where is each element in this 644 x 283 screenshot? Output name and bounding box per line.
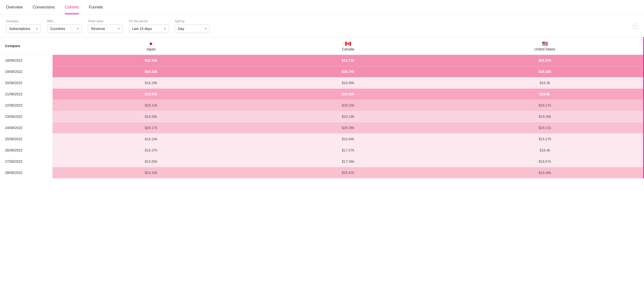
us-value-cell: $35.28k bbox=[446, 66, 644, 77]
with-group: With... Countries ▾ bbox=[47, 20, 82, 33]
japan-value-cell: $19.36k bbox=[52, 111, 250, 122]
split-group: Split by Day ▾ bbox=[175, 20, 210, 33]
us-value-cell: $32.37k bbox=[446, 55, 644, 66]
controls-row: Compare... Subscriptions ▾ With... Count… bbox=[0, 14, 644, 37]
table-row: 18/08/2022$32.32k$33.71k$32.37k bbox=[0, 55, 644, 66]
us-value-cell: $28.17k bbox=[446, 100, 644, 111]
us-name: United States bbox=[452, 47, 638, 51]
japan-value-cell: $16.28k bbox=[52, 77, 250, 88]
table-row: 21/08/2022$29.56k$30.83k$29.6k bbox=[0, 88, 644, 100]
table-row: 20/08/2022$16.28k$16.98k$16.3k bbox=[0, 77, 644, 88]
us-value-cell: $16.4k bbox=[446, 145, 644, 156]
canada-value-cell: $17.36k bbox=[250, 156, 447, 167]
table-row: 25/08/2022$16.24k$16.94k$16.27k bbox=[0, 134, 644, 145]
nav-tabs: OverviewConversionsCohortsFunnels bbox=[0, 0, 644, 14]
tab-funnels[interactable]: Funnels bbox=[89, 0, 103, 14]
date-cell: 21/08/2022 bbox=[0, 88, 52, 100]
japan-value-cell: $24.42k bbox=[52, 167, 250, 178]
period-label: For the period bbox=[129, 20, 169, 23]
help-icon[interactable]: ? bbox=[632, 23, 638, 29]
canada-flag-icon: 🇨🇦 bbox=[254, 41, 442, 47]
compare-group: Compare... Subscriptions ▾ bbox=[6, 20, 41, 33]
us-value-cell: $16.3k bbox=[446, 77, 644, 88]
canada-value-cell: $16.98k bbox=[250, 77, 447, 88]
date-cell: 23/08/2022 bbox=[0, 111, 52, 122]
table-row: 28/08/2022$24.42k$25.47k$24.46k bbox=[0, 167, 644, 178]
show-value-label: Show value bbox=[88, 20, 123, 23]
us-flag-icon: 🇺🇸 bbox=[452, 41, 638, 47]
us-value-cell: $19.39k bbox=[446, 111, 644, 122]
canada-value-cell: $36.74k bbox=[250, 66, 447, 77]
split-select[interactable]: Day ▾ bbox=[175, 24, 210, 33]
date-cell: 26/08/2022 bbox=[0, 145, 52, 156]
canada-value-cell: $20.19k bbox=[250, 111, 447, 122]
table-body: 18/08/2022$32.32k$33.71k$32.37k19/08/202… bbox=[0, 55, 644, 178]
canada-value-cell: $30.83k bbox=[250, 88, 447, 100]
period-caret-icon: ▾ bbox=[164, 27, 166, 30]
date-cell: 22/08/2022 bbox=[0, 100, 52, 111]
split-value: Day bbox=[178, 27, 184, 31]
period-select[interactable]: Last 15 days ▾ bbox=[129, 24, 169, 33]
canada-value-cell: $17.07k bbox=[250, 145, 447, 156]
date-cell: 27/08/2022 bbox=[0, 156, 52, 167]
canada-column-header: 🇨🇦 Canada bbox=[250, 37, 447, 55]
canada-value-cell: $33.71k bbox=[250, 55, 447, 66]
date-cell: 28/08/2022 bbox=[0, 167, 52, 178]
canada-name: Canada bbox=[254, 47, 442, 51]
us-value-cell: $29.6k bbox=[446, 88, 644, 100]
us-column-header: 🇺🇸 United States bbox=[446, 37, 644, 55]
canada-value-cell: $29.38k bbox=[250, 122, 447, 134]
compare-column-header: Compare bbox=[0, 37, 52, 55]
with-label: With... bbox=[47, 20, 82, 23]
with-caret-icon: ▾ bbox=[77, 27, 79, 30]
japan-value-cell: $35.22k bbox=[52, 66, 250, 77]
date-cell: 25/08/2022 bbox=[0, 134, 52, 145]
date-cell: 19/08/2022 bbox=[0, 66, 52, 77]
period-group: For the period Last 15 days ▾ bbox=[129, 20, 169, 33]
with-select[interactable]: Countries ▾ bbox=[47, 24, 82, 33]
date-cell: 20/08/2022 bbox=[0, 77, 52, 88]
japan-value-cell: $16.37k bbox=[52, 145, 250, 156]
show-value-value: Revenue bbox=[91, 27, 105, 31]
split-label: Split by bbox=[175, 20, 210, 23]
table-row: 26/08/2022$16.37k$17.07k$16.4k bbox=[0, 145, 644, 156]
table-row: 24/08/2022$28.17k$29.38k$28.21k bbox=[0, 122, 644, 134]
compare-label: Compare... bbox=[6, 20, 41, 23]
japan-value-cell: $28.17k bbox=[52, 122, 250, 134]
table-header: Compare 🇯🇵 Japan 🇨🇦 Canada 🇺🇸 United Sta… bbox=[0, 37, 644, 55]
show-value-caret-icon: ▾ bbox=[118, 27, 120, 30]
us-value-cell: $24.46k bbox=[446, 167, 644, 178]
japan-value-cell: $16.24k bbox=[52, 134, 250, 145]
compare-value: Subscriptions bbox=[9, 27, 30, 31]
date-cell: 24/08/2022 bbox=[0, 122, 52, 134]
cohorts-table: Compare 🇯🇵 Japan 🇨🇦 Canada 🇺🇸 United Sta… bbox=[0, 37, 644, 178]
japan-value-cell: $16.65k bbox=[52, 156, 250, 167]
table-row: 23/08/2022$19.36k$20.19k$19.39k bbox=[0, 111, 644, 122]
show-value-group: Show value Revenue ▾ bbox=[88, 20, 123, 33]
us-value-cell: $16.67k bbox=[446, 156, 644, 167]
compare-select[interactable]: Subscriptions ▾ bbox=[6, 24, 41, 33]
date-cell: 18/08/2022 bbox=[0, 55, 52, 66]
japan-value-cell: $29.56k bbox=[52, 88, 250, 100]
tab-overview[interactable]: Overview bbox=[6, 0, 23, 14]
table-row: 19/08/2022$35.22k$36.74k$35.28k bbox=[0, 66, 644, 77]
canada-value-cell: $25.47k bbox=[250, 167, 447, 178]
period-value: Last 15 days bbox=[132, 27, 152, 31]
us-value-cell: $28.21k bbox=[446, 122, 644, 134]
canada-value-cell: $16.94k bbox=[250, 134, 447, 145]
with-value: Countries bbox=[50, 27, 65, 31]
us-value-cell: $16.27k bbox=[446, 134, 644, 145]
table-row: 27/08/2022$16.65k$17.36k$16.67k bbox=[0, 156, 644, 167]
compare-caret-icon: ▾ bbox=[36, 27, 38, 30]
japan-value-cell: $28.13k bbox=[52, 100, 250, 111]
japan-name: Japan bbox=[58, 47, 244, 51]
split-caret-icon: ▾ bbox=[205, 27, 206, 30]
show-value-select[interactable]: Revenue ▾ bbox=[88, 24, 123, 33]
japan-flag-icon: 🇯🇵 bbox=[58, 41, 244, 47]
canada-value-cell: $29.33k bbox=[250, 100, 447, 111]
japan-column-header: 🇯🇵 Japan bbox=[52, 37, 250, 55]
data-table-container: Compare 🇯🇵 Japan 🇨🇦 Canada 🇺🇸 United Sta… bbox=[0, 37, 644, 178]
tab-conversions[interactable]: Conversions bbox=[33, 0, 55, 14]
table-row: 22/08/2022$28.13k$29.33k$28.17k bbox=[0, 100, 644, 111]
tab-cohorts[interactable]: Cohorts bbox=[65, 0, 79, 14]
